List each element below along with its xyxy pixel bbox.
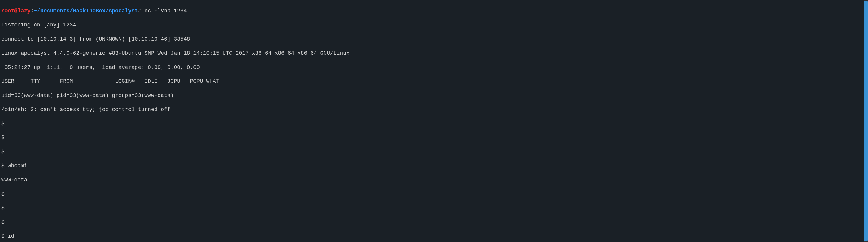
output-line: /bin/sh: 0: can't access tty; job contro… (1, 106, 867, 113)
shell-prompt: $ (1, 205, 867, 212)
shell-command: $ id (1, 233, 867, 240)
terminal-window[interactable]: root@lazy:~/Documents/HackTheBox/Apocaly… (0, 0, 868, 242)
output-line: connect to [10.10.14.3] from (UNKNOWN) [… (1, 36, 867, 43)
scrollbar-track[interactable] (864, 0, 868, 242)
prompt-line: root@lazy:~/Documents/HackTheBox/Apocaly… (1, 7, 867, 14)
output-line: USER TTY FROM LOGIN@ IDLE JCPU PCPU WHAT (1, 78, 867, 85)
prompt-at: @ (14, 8, 18, 14)
shell-command: $ whoami (1, 163, 867, 169)
shell-prompt: $ (1, 120, 867, 127)
output-line: 05:24:27 up 1:11, 0 users, load average:… (1, 64, 867, 71)
output-line: Linux apocalyst 4.4.0-62-generic #83-Ubu… (1, 50, 867, 57)
output-line: uid=33(www-data) gid=33(www-data) groups… (1, 92, 867, 99)
prompt-colon: : (30, 8, 34, 14)
shell-prompt: $ (1, 219, 867, 226)
command-text: nc -lvnp 1234 (141, 8, 187, 14)
prompt-user: root (1, 8, 14, 14)
scrollbar-thumb[interactable] (864, 1, 868, 241)
shell-prompt: $ (1, 134, 867, 141)
shell-prompt: $ (1, 148, 867, 155)
output-line: listening on [any] 1234 ... (1, 22, 867, 29)
prompt-host: lazy (18, 8, 30, 14)
output-line: www-data (1, 177, 867, 184)
prompt-path: ~/Documents/HackTheBox/Apocalyst (34, 8, 138, 14)
shell-prompt: $ (1, 191, 867, 198)
prompt-hash: # (138, 8, 141, 14)
